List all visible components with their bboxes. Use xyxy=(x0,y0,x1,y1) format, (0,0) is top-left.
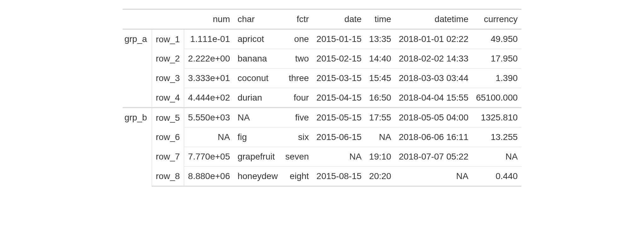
cell-currency: 1325.810 xyxy=(472,108,521,128)
cell-currency: NA xyxy=(472,147,521,166)
row-name: row_8 xyxy=(152,166,184,186)
cell-char: apricot xyxy=(234,29,282,49)
cell-datetime: 2018-05-05 04:00 xyxy=(395,108,472,128)
cell-time: 20:20 xyxy=(365,166,395,186)
row-name: row_4 xyxy=(152,88,184,108)
cell-num: 2.222e+00 xyxy=(184,49,234,68)
cell-time: 16:50 xyxy=(365,88,395,108)
cell-char: grapefruit xyxy=(234,147,282,166)
cell-fctr: five xyxy=(282,108,313,128)
cell-fctr: four xyxy=(282,88,313,108)
cell-currency: 1.390 xyxy=(472,68,521,88)
cell-time: 17:55 xyxy=(365,108,395,128)
table-row: row_2 2.222e+00 banana two 2015-02-15 14… xyxy=(123,49,521,68)
cell-num: NA xyxy=(184,127,234,147)
cell-num: 7.770e+05 xyxy=(184,147,234,166)
cell-fctr: eight xyxy=(282,166,313,186)
row-name: row_7 xyxy=(152,147,184,166)
row-name: row_2 xyxy=(152,49,184,68)
cell-currency: 65100.000 xyxy=(472,88,521,108)
table-row: row_6 NA fig six 2015-06-15 NA 2018-06-0… xyxy=(123,127,521,147)
cell-datetime: 2018-06-06 16:11 xyxy=(395,127,472,147)
cell-date: 2015-04-15 xyxy=(313,88,365,108)
cell-num: 8.880e+06 xyxy=(184,166,234,186)
row-name: row_1 xyxy=(152,29,184,49)
col-time: time xyxy=(365,9,395,29)
col-fctr: fctr xyxy=(282,9,313,29)
col-datetime: datetime xyxy=(395,9,472,29)
cell-fctr: six xyxy=(282,127,313,147)
group-label: grp_a xyxy=(123,29,152,108)
cell-num: 1.111e-01 xyxy=(184,29,234,49)
cell-fctr: one xyxy=(282,29,313,49)
cell-char: honeydew xyxy=(234,166,282,186)
col-num: num xyxy=(184,9,234,29)
col-group-blank xyxy=(123,9,152,29)
cell-time: 13:35 xyxy=(365,29,395,49)
row-name: row_6 xyxy=(152,127,184,147)
cell-currency: 17.950 xyxy=(472,49,521,68)
cell-date: 2015-08-15 xyxy=(313,166,365,186)
cell-num: 3.333e+01 xyxy=(184,68,234,88)
cell-date: 2015-06-15 xyxy=(313,127,365,147)
cell-fctr: three xyxy=(282,68,313,88)
cell-num: 5.550e+03 xyxy=(184,108,234,128)
cell-date: NA xyxy=(313,147,365,166)
cell-time: 15:45 xyxy=(365,68,395,88)
cell-datetime: 2018-02-02 14:33 xyxy=(395,49,472,68)
table-row: row_3 3.333e+01 coconut three 2015-03-15… xyxy=(123,68,521,88)
cell-time: 19:10 xyxy=(365,147,395,166)
table-row: grp_b row_5 5.550e+03 NA five 2015-05-15… xyxy=(123,108,521,128)
cell-fctr: two xyxy=(282,49,313,68)
col-date: date xyxy=(313,9,365,29)
cell-char: banana xyxy=(234,49,282,68)
table-row: row_4 4.444e+02 durian four 2015-04-15 1… xyxy=(123,88,521,108)
cell-currency: 49.950 xyxy=(472,29,521,49)
table-row: row_7 7.770e+05 grapefruit seven NA 19:1… xyxy=(123,147,521,166)
cell-date: 2015-03-15 xyxy=(313,68,365,88)
cell-date: 2015-02-15 xyxy=(313,49,365,68)
data-table: num char fctr date time datetime currenc… xyxy=(123,9,521,187)
cell-fctr: seven xyxy=(282,147,313,166)
col-rowname-blank xyxy=(152,9,184,29)
cell-datetime: 2018-03-03 03:44 xyxy=(395,68,472,88)
row-name: row_3 xyxy=(152,68,184,88)
cell-datetime: 2018-07-07 05:22 xyxy=(395,147,472,166)
table-row: grp_a row_1 1.111e-01 apricot one 2015-0… xyxy=(123,29,521,49)
row-name: row_5 xyxy=(152,108,184,128)
cell-num: 4.444e+02 xyxy=(184,88,234,108)
cell-datetime: 2018-01-01 02:22 xyxy=(395,29,472,49)
table-row: row_8 8.880e+06 honeydew eight 2015-08-1… xyxy=(123,166,521,186)
col-char: char xyxy=(234,9,282,29)
cell-time: NA xyxy=(365,127,395,147)
cell-date: 2015-01-15 xyxy=(313,29,365,49)
cell-char: durian xyxy=(234,88,282,108)
cell-char: coconut xyxy=(234,68,282,88)
cell-currency: 0.440 xyxy=(472,166,521,186)
cell-char: fig xyxy=(234,127,282,147)
cell-time: 14:40 xyxy=(365,49,395,68)
cell-date: 2015-05-15 xyxy=(313,108,365,128)
header-row: num char fctr date time datetime currenc… xyxy=(123,9,521,29)
col-currency: currency xyxy=(472,9,521,29)
cell-char: NA xyxy=(234,108,282,128)
cell-datetime: NA xyxy=(395,166,472,186)
cell-currency: 13.255 xyxy=(472,127,521,147)
group-label: grp_b xyxy=(123,108,152,186)
cell-datetime: 2018-04-04 15:55 xyxy=(395,88,472,108)
